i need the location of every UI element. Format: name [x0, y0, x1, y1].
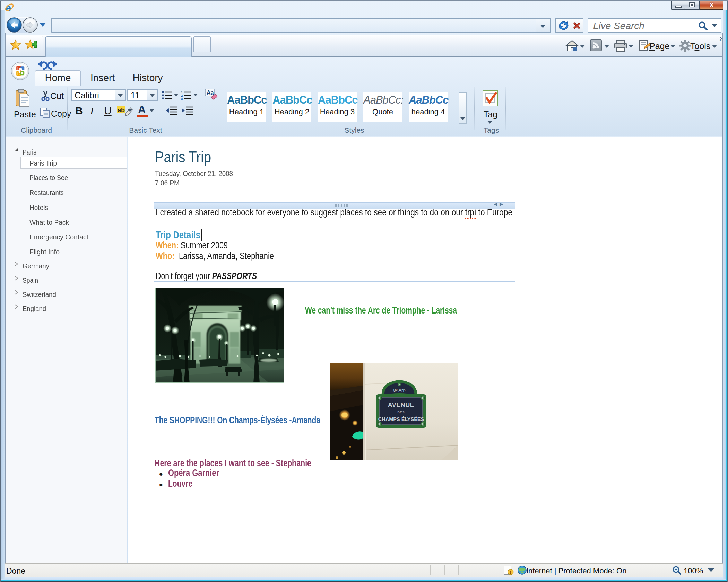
svg-text:AVENUE: AVENUE	[388, 402, 415, 408]
svg-text:3: 3	[181, 97, 183, 100]
svg-text:1: 1	[181, 90, 183, 94]
svg-text:2: 2	[181, 94, 183, 97]
svg-text:8ᵉ Arrᵗ: 8ᵉ Arrᵗ	[393, 388, 405, 393]
svg-text:DES: DES	[397, 411, 405, 414]
svg-text:CHAMPS ÉLYSÉES: CHAMPS ÉLYSÉES	[378, 416, 424, 422]
svg-text:ab: ab	[118, 107, 125, 114]
svg-text:Aа: Aа	[207, 90, 214, 96]
svg-text:!: !	[510, 570, 511, 575]
